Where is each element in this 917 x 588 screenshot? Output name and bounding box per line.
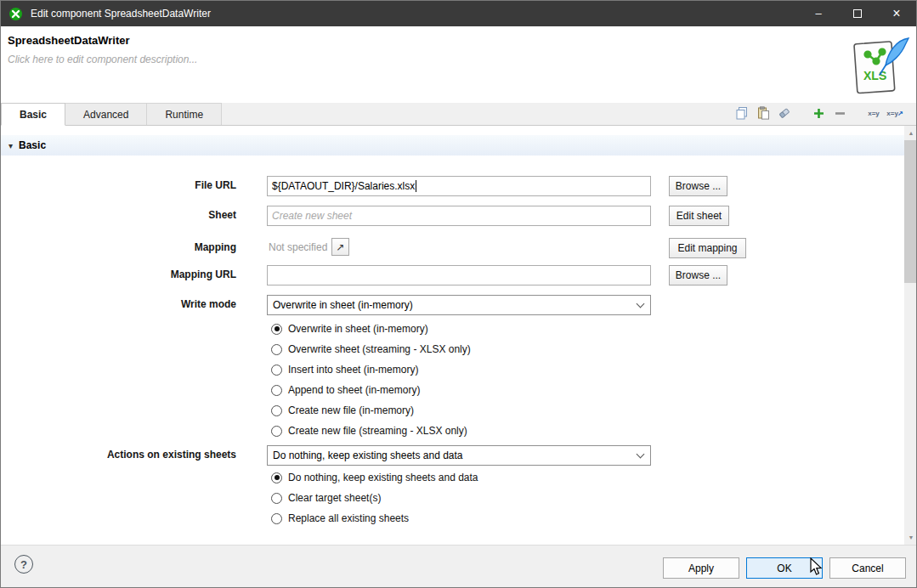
- maximize-icon: [853, 9, 862, 18]
- cloverdx-app-icon: [8, 7, 23, 21]
- component-description-placeholder[interactable]: Click here to edit component description…: [8, 54, 197, 65]
- sheet-input[interactable]: Create new sheet: [267, 206, 651, 226]
- edit-sheet-button[interactable]: Edit sheet: [669, 206, 729, 226]
- radio-label[interactable]: Clear target sheet(s): [288, 492, 381, 504]
- actions-selected-value: Do nothing, keep existing sheets and dat…: [273, 449, 463, 461]
- maximize-button[interactable]: [838, 1, 877, 26]
- radio-button[interactable]: [271, 324, 282, 335]
- window-title: Edit component SpreadsheetDataWriter: [31, 8, 211, 20]
- dialog-footer: ? Apply OK Cancel: [1, 545, 917, 588]
- window-controls: – ×: [799, 1, 916, 26]
- mouse-cursor: [809, 557, 826, 580]
- write-mode-selected-value: Overwrite in sheet (in-memory): [273, 299, 413, 311]
- file-url-label: File URL: [35, 179, 236, 191]
- mapping-url-label: Mapping URL: [35, 269, 236, 280]
- section-title: Basic: [19, 139, 46, 151]
- actions-on-existing-sheets-label: Actions on existing sheets: [35, 449, 236, 461]
- chevron-down-icon: [637, 450, 645, 459]
- radio-button[interactable]: [271, 344, 282, 355]
- scroll-up-button[interactable]: ▲: [904, 126, 917, 140]
- text-caret: [416, 180, 416, 192]
- close-icon: ×: [892, 6, 900, 21]
- write-mode-label: Write mode: [35, 298, 236, 310]
- scrollbar-thumb[interactable]: [904, 140, 917, 283]
- help-button[interactable]: ?: [14, 555, 33, 574]
- write-mode-option-5[interactable]: Create new file (streaming - XLSX only): [271, 423, 467, 438]
- chevron-down-icon: [637, 300, 645, 308]
- paste-icon[interactable]: [756, 105, 771, 121]
- close-button[interactable]: ×: [877, 1, 916, 26]
- radio-button[interactable]: [271, 513, 282, 524]
- vertical-scrollbar[interactable]: ▲ ▼: [904, 126, 917, 545]
- edit-component-dialog: Edit component SpreadsheetDataWriter – ×…: [0, 0, 917, 588]
- scroll-down-icon: ▼: [909, 534, 914, 540]
- cancel-button[interactable]: Cancel: [829, 557, 906, 579]
- apply-button[interactable]: Apply: [663, 557, 739, 579]
- tab-runtime[interactable]: Runtime: [147, 103, 222, 125]
- show-values-icon[interactable]: x=y: [866, 105, 881, 121]
- radio-button[interactable]: [271, 405, 282, 416]
- mapping-url-input[interactable]: [267, 265, 651, 286]
- write-mode-option-3[interactable]: Append to sheet (in-memory): [271, 382, 420, 398]
- mapping-url-browse-button[interactable]: Browse ...: [669, 265, 727, 286]
- radio-button[interactable]: [271, 426, 282, 437]
- radio-label[interactable]: Create new file (in-memory): [288, 404, 414, 416]
- file-url-browse-button[interactable]: Browse ...: [669, 176, 727, 196]
- actions-option-1[interactable]: Clear target sheet(s): [271, 490, 381, 506]
- radio-button[interactable]: [271, 493, 282, 504]
- evaluate-arrow-icon: ↗: [897, 110, 903, 117]
- actions-option-2[interactable]: Replace all existing sheets: [271, 511, 409, 526]
- radio-label[interactable]: Overwrite in sheet (in-memory): [288, 323, 428, 335]
- actions-combobox[interactable]: Do nothing, keep existing sheets and dat…: [267, 445, 651, 466]
- section-collapse-icon[interactable]: ▾: [8, 141, 13, 150]
- reset-property-icon[interactable]: [777, 105, 792, 121]
- tab-advanced[interactable]: Advanced: [65, 103, 147, 125]
- minimize-button[interactable]: –: [799, 1, 838, 26]
- radio-label[interactable]: Do nothing, keep existing sheets and dat…: [288, 472, 478, 483]
- scroll-up-icon: ▲: [909, 130, 914, 136]
- property-toolbar: x=y x=y↗: [734, 105, 903, 121]
- title-bar: Edit component SpreadsheetDataWriter – ×: [1, 1, 916, 26]
- expand-icon: ↗: [336, 241, 344, 253]
- write-mode-option-4[interactable]: Create new file (in-memory): [271, 403, 414, 418]
- radio-label[interactable]: Create new file (streaming - XLSX only): [288, 425, 467, 437]
- radio-button[interactable]: [271, 365, 282, 376]
- radio-label[interactable]: Append to sheet (in-memory): [288, 384, 420, 396]
- write-mode-option-1[interactable]: Overwrite sheet (streaming - XLSX only): [271, 342, 471, 357]
- write-mode-option-0[interactable]: Overwrite in sheet (in-memory): [271, 321, 428, 336]
- mapping-expand-button[interactable]: ↗: [331, 238, 349, 256]
- mapping-label: Mapping: [35, 241, 236, 253]
- component-name: SpreadsheetDataWriter: [8, 34, 130, 47]
- radio-button[interactable]: [271, 385, 282, 396]
- radio-button[interactable]: [271, 472, 282, 483]
- svg-text:XLS: XLS: [863, 69, 886, 82]
- radio-label[interactable]: Replace all existing sheets: [288, 512, 409, 524]
- file-url-input[interactable]: ${DATAOUT_DIR}/Salaries.xlsx: [267, 176, 651, 196]
- edit-mapping-button[interactable]: Edit mapping: [669, 238, 746, 258]
- add-attribute-icon[interactable]: [811, 105, 826, 121]
- write-mode-option-2[interactable]: Insert into sheet (in-memory): [271, 362, 418, 377]
- spreadsheet-writer-component-icon: XLS: [847, 35, 912, 101]
- actions-option-0[interactable]: Do nothing, keep existing sheets and dat…: [271, 470, 478, 485]
- write-mode-combobox[interactable]: Overwrite in sheet (in-memory): [267, 295, 651, 315]
- copy-icon[interactable]: [734, 105, 750, 121]
- radio-label[interactable]: Overwrite sheet (streaming - XLSX only): [288, 343, 471, 355]
- sheet-placeholder: Create new sheet: [272, 210, 352, 222]
- radio-label[interactable]: Insert into sheet (in-memory): [288, 364, 418, 376]
- section-basic-header[interactable]: ▾ Basic: [1, 135, 904, 155]
- remove-attribute-icon[interactable]: [832, 105, 847, 121]
- help-icon: ?: [20, 558, 27, 571]
- tab-basic[interactable]: Basic: [1, 103, 65, 126]
- evaluate-expression-icon[interactable]: x=y↗: [887, 105, 903, 121]
- file-url-value: ${DATAOUT_DIR}/Salaries.xlsx: [272, 180, 415, 192]
- minimize-icon: –: [815, 9, 821, 18]
- mapping-value: Not specified: [269, 241, 327, 253]
- scroll-down-button[interactable]: ▼: [904, 530, 917, 545]
- sheet-label: Sheet: [35, 209, 236, 221]
